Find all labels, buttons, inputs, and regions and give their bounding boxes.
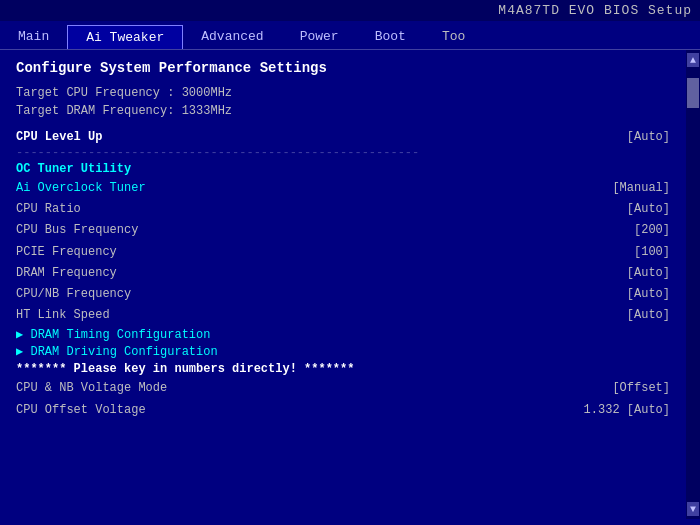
menu-row-ht-link[interactable]: HT Link Speed [Auto] — [16, 305, 670, 326]
menu-row-cpu-ratio[interactable]: CPU Ratio [Auto] — [16, 199, 670, 220]
info-dram-freq: Target DRAM Frequency: 1333MHz — [16, 102, 670, 120]
cpu-nb-value: [Auto] — [627, 285, 670, 304]
cpu-nb-label: CPU/NB Frequency — [16, 285, 131, 304]
scrollbar[interactable]: ▲ ▼ — [686, 50, 700, 519]
content-panel: Configure System Performance Settings Ta… — [0, 50, 686, 519]
scroll-down-arrow[interactable]: ▼ — [687, 502, 699, 516]
offset-voltage-value: 1.332 [Auto] — [584, 401, 670, 420]
title-text: M4A87TD EVO BIOS Setup — [498, 3, 692, 18]
dram-freq-label: DRAM Frequency — [16, 264, 117, 283]
nav-power[interactable]: Power — [282, 25, 357, 49]
nav-boot[interactable]: Boot — [357, 25, 424, 49]
menu-row-cpu-bus[interactable]: CPU Bus Frequency [200] — [16, 220, 670, 241]
scroll-thumb[interactable] — [687, 78, 699, 108]
dashed-divider: ----------------------------------------… — [16, 146, 670, 160]
nav-main[interactable]: Main — [0, 25, 67, 49]
warning-line: ******* Please key in numbers directly! … — [16, 360, 670, 378]
cpu-ratio-value: [Auto] — [627, 200, 670, 219]
menu-row-cpu-nb[interactable]: CPU/NB Frequency [Auto] — [16, 284, 670, 305]
ai-overclock-label: Ai Overclock Tuner — [16, 179, 146, 198]
title-bar: M4A87TD EVO BIOS Setup — [0, 0, 700, 21]
nav-advanced[interactable]: Advanced — [183, 25, 281, 49]
scroll-track — [687, 68, 699, 501]
menu-row-ai-overclock[interactable]: Ai Overclock Tuner [Manual] — [16, 178, 670, 199]
section-title: Configure System Performance Settings — [16, 60, 670, 76]
dram-timing-item[interactable]: ▶ DRAM Timing Configuration — [16, 326, 670, 343]
scroll-up-arrow[interactable]: ▲ — [687, 53, 699, 67]
voltage-mode-label: CPU & NB Voltage Mode — [16, 379, 167, 398]
nav-bar: Main Ai Tweaker Advanced Power Boot Too — [0, 21, 700, 50]
cpu-bus-label: CPU Bus Frequency — [16, 221, 138, 240]
pcie-label: PCIE Frequency — [16, 243, 117, 262]
cpu-level-value: [Auto] — [627, 130, 670, 144]
dram-driving-item[interactable]: ▶ DRAM Driving Configuration — [16, 343, 670, 360]
nav-too[interactable]: Too — [424, 25, 483, 49]
main-content: Configure System Performance Settings Ta… — [0, 50, 700, 519]
pcie-value: [100] — [634, 243, 670, 262]
menu-row-dram-freq[interactable]: DRAM Frequency [Auto] — [16, 263, 670, 284]
nav-ai-tweaker[interactable]: Ai Tweaker — [67, 25, 183, 49]
ht-link-label: HT Link Speed — [16, 306, 110, 325]
offset-voltage-label: CPU Offset Voltage — [16, 401, 146, 420]
dram-freq-value: [Auto] — [627, 264, 670, 283]
oc-tuner-label: OC Tuner Utility — [16, 160, 670, 178]
voltage-mode-value: [Offset] — [612, 379, 670, 398]
ht-link-value: [Auto] — [627, 306, 670, 325]
cpu-ratio-label: CPU Ratio — [16, 200, 81, 219]
cpu-bus-value: [200] — [634, 221, 670, 240]
menu-row-offset-voltage[interactable]: CPU Offset Voltage 1.332 [Auto] — [16, 400, 670, 421]
cpu-level-label: CPU Level Up — [16, 130, 102, 144]
menu-row-pcie[interactable]: PCIE Frequency [100] — [16, 242, 670, 263]
cpu-level-row: CPU Level Up [Auto] — [16, 128, 670, 146]
ai-overclock-value: [Manual] — [612, 179, 670, 198]
info-cpu-freq: Target CPU Frequency : 3000MHz — [16, 84, 670, 102]
menu-row-voltage-mode[interactable]: CPU & NB Voltage Mode [Offset] — [16, 378, 670, 399]
